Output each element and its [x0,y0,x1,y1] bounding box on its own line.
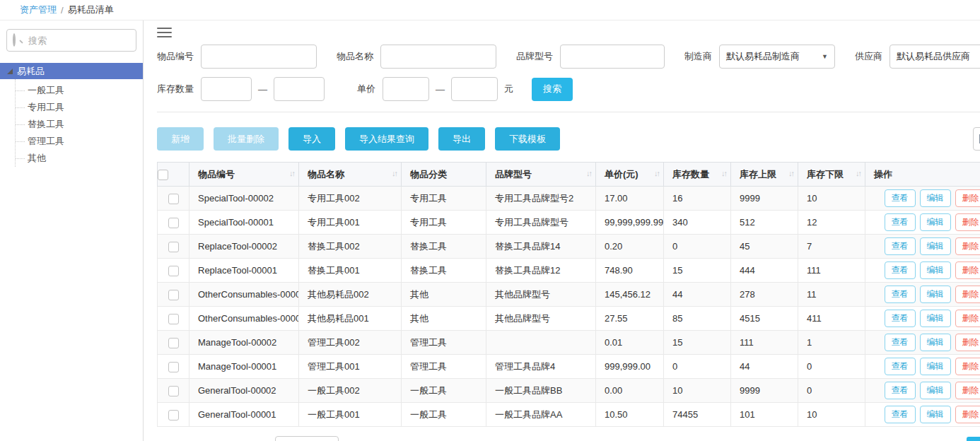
row-checkbox[interactable] [168,290,179,300]
item-name-input[interactable] [380,45,496,69]
cell-min: 411 [798,307,865,331]
view-button[interactable]: 查看 [885,261,916,279]
view-button[interactable]: 查看 [885,213,916,231]
sort-icon[interactable]: ↓↑ [289,169,294,177]
sort-icon[interactable]: ↓↑ [586,169,591,177]
tree-node-consumables[interactable]: 易耗品 [0,63,143,79]
tree-node-label: 易耗品 [17,65,45,78]
batch-delete-button[interactable]: 批量删除 [214,127,279,151]
stock-qty-max-input[interactable] [274,77,325,101]
manufacturer-select[interactable]: 默认易耗品制造商 ▼ [719,45,835,69]
tree-node-manage-tools[interactable]: 管理工具 [16,133,143,150]
cell-price: 145,456.12 [596,283,664,307]
search-button[interactable]: 搜索 [532,78,573,101]
sort-icon[interactable]: ↓↑ [392,169,397,177]
column-header-brand[interactable]: 品牌型号 ↓↑ [486,163,596,187]
import-button[interactable]: 导入 [288,127,335,151]
row-checkbox-cell [158,355,189,379]
delete-button[interactable]: 删除 [955,358,980,375]
manufacturer-selected-value: 默认易耗品制造商 [726,50,800,63]
delete-button[interactable]: 删除 [955,334,980,351]
cell-brand: 管理工具品牌4 [486,355,596,379]
import-result-query-button[interactable]: 导入结果查询 [345,127,428,151]
row-checkbox[interactable] [168,314,179,324]
row-checkbox[interactable] [168,338,179,348]
delete-button[interactable]: 删除 [955,213,980,231]
columns-toggle-button[interactable]: ▼ [973,127,980,151]
delete-button[interactable]: 删除 [955,261,980,279]
edit-button[interactable]: 编辑 [920,286,951,303]
sort-icon[interactable]: ↓↑ [788,169,793,177]
column-header-price[interactable]: 单价(元) ↓↑ [596,163,664,187]
row-checkbox[interactable] [168,266,179,276]
row-checkbox[interactable] [168,386,179,396]
view-button[interactable]: 查看 [885,334,916,351]
collapse-sidebar-icon[interactable] [157,28,172,37]
edit-button[interactable]: 编辑 [920,310,951,327]
stock-qty-min-input[interactable] [201,77,252,101]
row-checkbox[interactable] [168,218,179,228]
delete-button[interactable]: 删除 [955,382,980,399]
select-all-checkbox[interactable] [158,170,168,180]
row-checkbox[interactable] [168,362,179,372]
page-size-select[interactable]: 20 ▲▼ [275,436,339,441]
sort-icon[interactable]: ↓↑ [721,169,726,177]
edit-button[interactable]: 编辑 [920,189,951,207]
add-button[interactable]: 新增 [157,127,204,151]
column-header-stock-max[interactable]: 库存上限 ↓↑ [731,163,798,187]
brand-model-input[interactable] [560,45,665,69]
sort-icon[interactable]: ↓↑ [654,169,659,177]
delete-button[interactable]: 删除 [955,406,980,423]
export-button[interactable]: 导出 [438,127,485,151]
delete-button[interactable]: 删除 [955,189,980,207]
column-header-code[interactable]: 物品编号 ↓↑ [189,163,299,187]
row-actions: 查看编辑删除 [865,307,980,331]
cell-name: 专用工具002 [299,187,402,211]
column-header-stock-min[interactable]: 库存下限 ↓↑ [798,163,865,187]
cell-max: 9999 [731,379,798,403]
tree-node-replace-tools[interactable]: 替换工具 [16,116,143,133]
cell-brand: 替换工具品牌12 [486,259,596,283]
edit-button[interactable]: 编辑 [920,358,951,375]
edit-button[interactable]: 编辑 [920,406,951,423]
sort-icon[interactable]: ↓↑ [856,169,861,177]
tree-expand-icon[interactable] [7,69,13,74]
tree-node-other[interactable]: 其他 [16,150,143,167]
view-button[interactable]: 查看 [885,406,916,423]
tree-node-special-tools[interactable]: 专用工具 [16,99,143,116]
item-code-input[interactable] [201,45,317,69]
row-actions: 查看编辑删除 [865,259,980,283]
edit-button[interactable]: 编辑 [920,261,951,279]
price-min-input[interactable] [383,77,429,101]
edit-button[interactable]: 编辑 [920,382,951,399]
tree-node-general-tools[interactable]: 一般工具 [16,82,143,99]
delete-button[interactable]: 删除 [955,237,980,255]
category-sidebar: 易耗品 一般工具 专用工具 替换工具 管理工具 其他 [0,20,144,441]
delete-button[interactable]: 删除 [955,310,980,327]
sidebar-search-input[interactable] [6,29,136,52]
edit-button[interactable]: 编辑 [920,334,951,351]
delete-button[interactable]: 删除 [955,286,980,303]
view-button[interactable]: 查看 [885,310,916,327]
price-max-input[interactable] [451,77,498,101]
cell-category: 一般工具 [402,403,486,427]
breadcrumb-link-asset-management[interactable]: 资产管理 [20,4,57,16]
view-button[interactable]: 查看 [885,358,916,375]
column-header-name[interactable]: 物品名称 ↓↑ [299,163,402,187]
edit-button[interactable]: 编辑 [920,237,951,255]
view-button[interactable]: 查看 [885,382,916,399]
row-checkbox[interactable] [168,194,179,204]
cell-stock: 44 [664,283,731,307]
table-row: OtherConsumables-00002其他易耗品002其他其他品牌型号14… [158,283,980,307]
edit-button[interactable]: 编辑 [920,213,951,231]
view-button[interactable]: 查看 [885,237,916,255]
cell-price: 17.00 [596,187,664,211]
download-template-button[interactable]: 下载模板 [495,127,560,151]
row-checkbox[interactable] [168,410,179,421]
view-button[interactable]: 查看 [885,189,916,207]
page-1-button[interactable]: 1 [967,437,980,441]
column-header-stock[interactable]: 库存数量 ↓↑ [664,163,731,187]
supplier-select[interactable]: 默认易耗品供应商 ▼ [889,45,980,69]
view-button[interactable]: 查看 [885,286,916,303]
row-checkbox[interactable] [168,242,179,252]
